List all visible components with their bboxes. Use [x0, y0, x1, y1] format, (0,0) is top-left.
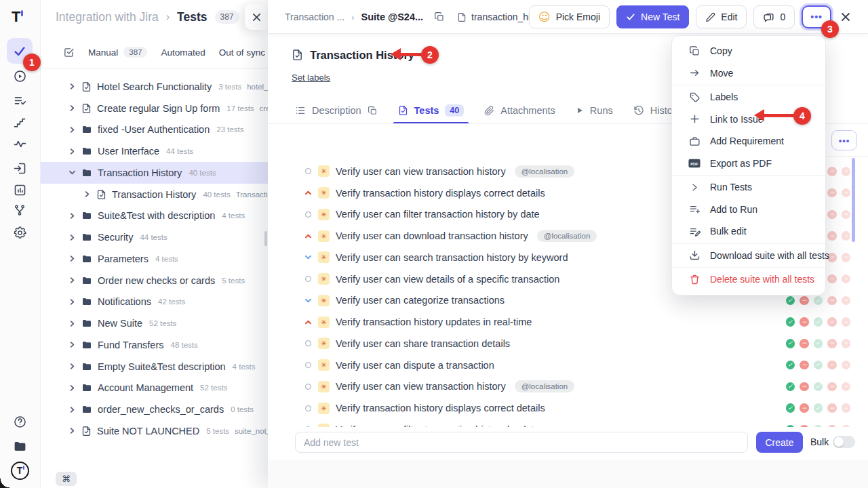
help-button[interactable] [7, 410, 33, 433]
copy-id-icon[interactable] [434, 12, 445, 22]
menu-item-bulk-edit[interactable]: Bulk edit [672, 220, 825, 243]
user-avatar[interactable]: T [7, 459, 33, 482]
chevron-right-icon[interactable] [68, 255, 76, 262]
nav-checklists[interactable] [7, 89, 33, 112]
suite-tree-item[interactable]: Suite NOT LAUNCHED 5 tests suite_not_lau… [41, 420, 268, 442]
svg-text:PDF: PDF [690, 161, 698, 165]
comments-button[interactable]: 0 [753, 5, 795, 28]
suite-tree-item[interactable]: Notifications 42 tests [41, 291, 268, 313]
chevron-right-icon[interactable] [68, 277, 76, 284]
run-status-icons: ✓ − ✓ − − [786, 317, 851, 327]
edit-button[interactable]: Edit [696, 5, 747, 28]
test-case-row[interactable]: ✳ Verify transaction history updates in … [268, 311, 868, 333]
test-case-row[interactable]: ✳ Verify user can dispute a transaction … [268, 354, 868, 376]
suite-detail-drawer: Transaction ... › Suite @S24... transact… [268, 0, 868, 488]
menu-item-run-tests[interactable]: Run Tests [672, 176, 825, 199]
nav-reports[interactable] [7, 178, 33, 201]
copy-description-icon[interactable] [368, 106, 378, 116]
suite-tree-item[interactable]: fixed -User Authentication 23 tests [41, 119, 268, 141]
suite-tree-item[interactable]: Create regular Sign Up form 17 tests cre… [41, 98, 268, 119]
test-title: Verify user can download transaction his… [336, 230, 528, 241]
tests-scrollbar[interactable] [852, 158, 855, 242]
annotation-badge-1: 1 [23, 54, 41, 71]
suite-tree-item[interactable]: Hotel Search Functionality 3 tests hotel… [41, 76, 268, 98]
menu-item-download-suite[interactable]: Download suite with all tests [672, 245, 825, 267]
chevron-right-icon[interactable] [68, 427, 76, 434]
chevron-right-icon[interactable] [68, 169, 76, 176]
chevron-right-icon[interactable] [68, 363, 76, 370]
tab-attachments[interactable]: Attachments [484, 98, 555, 123]
chevron-right-icon[interactable] [83, 190, 91, 198]
bulk-toggle[interactable] [833, 436, 855, 448]
pick-emoji-button[interactable]: ☺ Pick Emoji [529, 5, 610, 28]
suite-tree-item[interactable]: Order new checks or cards 5 tests [41, 270, 268, 291]
ellipsis-icon: ••• [810, 12, 823, 22]
suite-tree-item[interactable]: order_new_checks_or_cards 0 tests [41, 399, 268, 420]
chevron-right-icon[interactable] [68, 126, 76, 134]
suite-tree-item[interactable]: Account Management 52 tests [41, 378, 268, 399]
menu-item-labels[interactable]: Labels [672, 86, 825, 108]
test-case-row[interactable]: ✳ Verify transaction history displays co… [268, 397, 868, 419]
nav-milestones[interactable] [7, 111, 33, 134]
suite-tree-item[interactable]: Suite&Test with description 4 tests [41, 205, 268, 227]
create-test-button[interactable]: Create [756, 432, 803, 453]
chevron-right-icon[interactable] [68, 298, 76, 306]
folder-icon [81, 275, 92, 286]
tests-toolbar-more-button[interactable]: ••• [831, 130, 857, 150]
tab-description[interactable]: Description [295, 98, 378, 123]
tab-out-of-sync[interactable]: Out of sync [219, 47, 265, 58]
menu-item-add-to-run[interactable]: Add to Run [672, 199, 825, 221]
docs-button[interactable] [7, 434, 33, 458]
suite-tree-item[interactable]: Parameters 4 tests [41, 248, 268, 270]
chevron-right-icon[interactable] [68, 83, 76, 90]
chevron-right-icon[interactable] [68, 406, 76, 413]
nav-imports[interactable] [7, 157, 33, 180]
suite-tree-item[interactable]: User Interface 44 tests [41, 140, 268, 162]
test-case-row[interactable]: ✳ Verify user can view transaction histo… [268, 376, 868, 398]
breadcrumb-project[interactable]: Integration with Jira [56, 10, 159, 24]
chevron-right-icon[interactable] [68, 234, 76, 241]
nav-settings[interactable] [7, 221, 33, 244]
suite-name: Create regular Sign Up form [97, 103, 220, 114]
tab-automated[interactable]: Automated [161, 47, 205, 58]
select-tests-icon[interactable] [63, 47, 75, 58]
priority-high-icon [304, 232, 312, 240]
menu-item-delete-suite[interactable]: Delete suite with all tests [672, 268, 825, 291]
app-logo[interactable]: T [12, 8, 20, 26]
test-title: Verify user can view details of a specif… [336, 274, 559, 285]
tab-tests[interactable]: Tests 40 [398, 98, 465, 123]
tree-scrollbar[interactable] [264, 231, 267, 246]
chevron-right-icon[interactable] [68, 341, 76, 348]
suite-tree-item[interactable]: Transaction History 40 tests [41, 162, 268, 184]
suite-tree-item[interactable]: New Suite 52 tests [41, 312, 268, 334]
nav-integrations[interactable] [7, 199, 33, 222]
suite-tree-item[interactable]: Fund Transfers 48 tests [41, 334, 268, 356]
chevron-right-icon[interactable] [68, 148, 76, 155]
nav-activity[interactable] [7, 132, 33, 155]
add-test-input[interactable] [295, 432, 748, 453]
tab-manual[interactable]: Manual387 [88, 47, 147, 58]
suite-tree-item[interactable]: Security 44 tests [41, 226, 268, 248]
drawer-close-button[interactable] [838, 9, 853, 24]
menu-item-move[interactable]: Move [672, 62, 825, 85]
chevron-right-icon[interactable] [68, 104, 76, 112]
menu-item-export-pdf[interactable]: PDF Export as PDF [672, 152, 825, 175]
suite-doc-icon [292, 49, 303, 61]
run-status-icons: ✓ − ✓ − − [786, 361, 851, 370]
chevron-right-icon[interactable] [68, 384, 76, 392]
panel-close-button[interactable] [245, 4, 268, 30]
chevron-right-icon[interactable] [68, 320, 76, 327]
priority-icon [304, 211, 312, 218]
set-labels-link[interactable]: Set labels [292, 73, 330, 83]
test-case-row[interactable]: ✳ Verify user can share transaction deta… [268, 333, 868, 354]
suite-tree-item[interactable]: Empty Suite&Test description 4 tests [41, 356, 268, 378]
menu-item-copy[interactable]: Copy [672, 40, 825, 62]
suite-tree-item[interactable]: Transaction History 40 tests Transactio.… [41, 184, 268, 205]
tab-runs[interactable]: Runs [576, 98, 613, 123]
menu-item-add-requirement[interactable]: Add Requirement [672, 130, 825, 152]
suite-name: Hotel Search Functionality [97, 81, 212, 92]
new-test-button[interactable]: New Test [616, 5, 689, 28]
chevron-right-icon[interactable] [68, 212, 76, 220]
folder-icon [81, 232, 92, 243]
crumb-suite-parent[interactable]: Transaction ... [285, 12, 344, 22]
